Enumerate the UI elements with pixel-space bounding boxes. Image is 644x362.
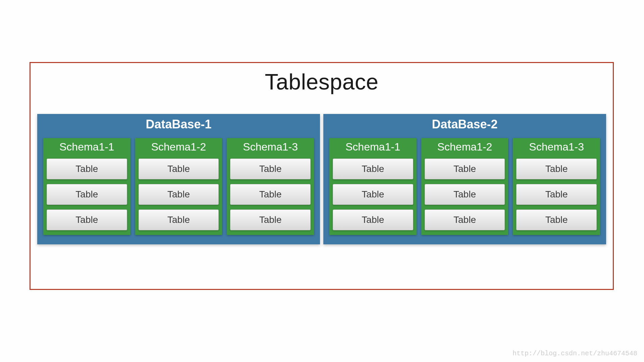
schema-2-2-title: Schema1-2 bbox=[425, 138, 505, 159]
schema-1-2-title: Schema1-2 bbox=[139, 138, 219, 159]
table-item: Table bbox=[333, 159, 413, 179]
table-item: Table bbox=[47, 159, 127, 179]
schema-2-1-title: Schema1-1 bbox=[333, 138, 413, 159]
table-item: Table bbox=[425, 184, 505, 205]
table-item: Table bbox=[47, 184, 127, 205]
tablespace-title: Tablespace bbox=[31, 69, 613, 95]
database-1-title: DataBase-1 bbox=[43, 114, 314, 138]
schema-1-2-tables: Table Table Table bbox=[139, 159, 219, 230]
table-item: Table bbox=[139, 184, 219, 205]
schema-2-3-tables: Table Table Table bbox=[516, 159, 597, 230]
table-item: Table bbox=[333, 184, 413, 205]
table-item: Table bbox=[516, 159, 597, 179]
schema-1-1-tables: Table Table Table bbox=[47, 159, 127, 230]
slide: Tablespace DataBase-1 Schema1-1 Table Ta… bbox=[0, 0, 644, 362]
schema-2-1: Schema1-1 Table Table Table bbox=[329, 138, 417, 235]
database-row: DataBase-1 Schema1-1 Table Table Table S… bbox=[31, 114, 613, 244]
table-item: Table bbox=[230, 209, 311, 230]
schema-2-1-tables: Table Table Table bbox=[333, 159, 413, 230]
table-item: Table bbox=[425, 159, 505, 179]
schema-1-2: Schema1-2 Table Table Table bbox=[135, 138, 222, 235]
database-2: DataBase-2 Schema1-1 Table Table Table S… bbox=[323, 114, 606, 244]
table-item: Table bbox=[425, 209, 505, 230]
schema-2-2-tables: Table Table Table bbox=[425, 159, 505, 230]
schema-1-1-title: Schema1-1 bbox=[47, 138, 127, 159]
table-item: Table bbox=[516, 184, 597, 205]
schema-2-2: Schema1-2 Table Table Table bbox=[421, 138, 508, 235]
schema-1-1: Schema1-1 Table Table Table bbox=[43, 138, 130, 235]
schema-1-3-tables: Table Table Table bbox=[230, 159, 311, 230]
tablespace-container: Tablespace DataBase-1 Schema1-1 Table Ta… bbox=[30, 62, 614, 290]
database-1-schemas: Schema1-1 Table Table Table Schema1-2 Ta… bbox=[43, 138, 314, 235]
schema-1-3: Schema1-3 Table Table Table bbox=[227, 138, 314, 235]
table-item: Table bbox=[230, 159, 311, 179]
table-item: Table bbox=[47, 209, 127, 230]
database-2-title: DataBase-2 bbox=[329, 114, 600, 138]
table-item: Table bbox=[230, 184, 311, 205]
table-item: Table bbox=[516, 209, 597, 230]
database-1: DataBase-1 Schema1-1 Table Table Table S… bbox=[37, 114, 320, 244]
schema-1-3-title: Schema1-3 bbox=[230, 138, 311, 159]
schema-2-3-title: Schema1-3 bbox=[516, 138, 597, 159]
database-2-schemas: Schema1-1 Table Table Table Schema1-2 Ta… bbox=[329, 138, 600, 235]
watermark-text: http://blog.csdn.net/zhu4674548 bbox=[513, 350, 637, 357]
table-item: Table bbox=[139, 209, 219, 230]
table-item: Table bbox=[333, 209, 413, 230]
table-item: Table bbox=[139, 159, 219, 179]
schema-2-3: Schema1-3 Table Table Table bbox=[513, 138, 600, 235]
